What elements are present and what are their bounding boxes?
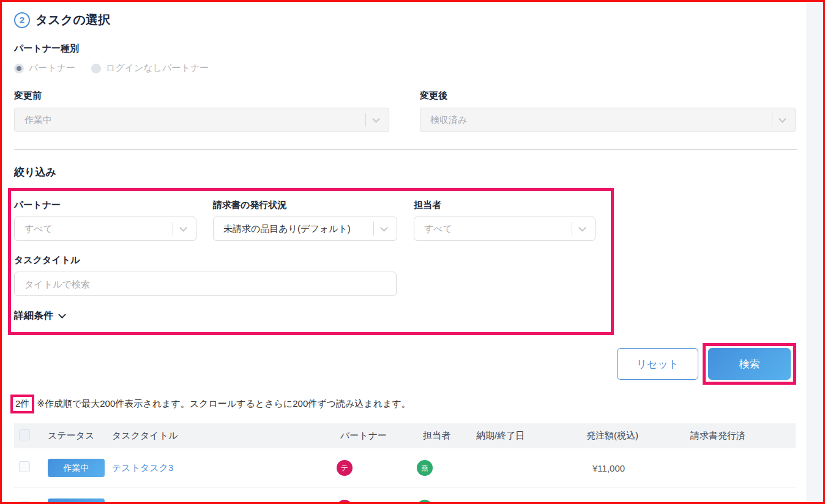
task-table: ステータス タスクタイトル パートナー 担当者 納期/終了日 発注額(税込) 請… [14,423,796,504]
partner-avatar: テ [337,460,353,476]
header-assignee: 担当者 [411,430,464,442]
partner-filter-field: パートナー すべて [14,199,196,241]
annotation-box-filters: パートナー すべて 請求書の発行状況 未請求の品目あり(デフォルト) 担当者 す… [8,188,614,335]
assignee-filter-select[interactable]: すべて [414,217,595,241]
search-button[interactable]: 検索 [708,348,791,380]
header-amount: 発注額(税込) [574,430,678,442]
chevron-down-icon [578,224,586,232]
task-title-search-input[interactable] [14,272,397,296]
invoice-status-select[interactable]: 未請求の品目あり(デフォルト) [213,217,397,241]
reset-button[interactable]: リセット [617,348,698,380]
header-partner: パートナー [328,430,411,442]
radio-no-login-partner[interactable]: ログインなしパートナー [91,62,209,74]
assignee-avatar: 燕 [417,500,433,504]
before-change-label: 変更前 [14,90,389,102]
chevron-down-icon [58,311,66,319]
radio-partner-label: パートナー [29,62,75,74]
scrollbar-track[interactable] [807,2,823,502]
header-task-title: タスクタイトル [100,430,328,442]
before-change-value: 作業中 [24,114,52,126]
table-row: 作業中 demodemo テ 燕 ¥5,500 [14,488,796,504]
select-all-checkbox[interactable] [19,429,30,440]
filter-row: パートナー すべて 請求書の発行状況 未請求の品目あり(デフォルト) 担当者 す… [14,199,611,241]
radio-partner[interactable]: パートナー [14,62,75,74]
annotation-box-search: 検索 [703,343,796,385]
partner-type-label: パートナー種別 [14,43,796,54]
radio-unselected-icon [91,64,101,73]
after-change-field: 変更後 検収済み [420,90,796,132]
header-due-date: 納期/終了日 [464,430,574,442]
advanced-conditions-toggle[interactable]: 詳細条件 [14,309,611,322]
page-title: タスクの選択 [35,12,110,28]
partner-avatar: テ [337,500,353,504]
before-change-field: 変更前 作業中 [14,90,389,132]
status-badge: 作業中 [48,498,105,504]
actions-row: リセット 検索 [14,343,796,385]
chevron-down-icon [372,115,380,123]
after-change-value: 検収済み [430,114,467,126]
header-status: ステータス [35,430,100,442]
assignee-avatar: 燕 [417,460,433,476]
filter-section-title: 絞り込み [14,165,796,179]
partner-filter-label: パートナー [14,199,196,211]
result-note: ※作成順で最大200件表示されます。スクロールするとさらに200件ずつ読み込まれ… [37,398,410,410]
before-change-select[interactable]: 作業中 [14,108,389,132]
invoice-status-value: 未請求の品目あり(デフォルト) [223,223,351,235]
step-number-badge: 2 [14,12,30,28]
row-checkbox[interactable] [19,501,30,504]
page-title-row: 2 タスクの選択 [14,12,796,28]
partner-filter-value: すべて [24,223,53,235]
header-invoice-issued: 請求書発行済 [678,430,796,442]
task-selection-page: { "page": { "step_number": "2", "title":… [0,0,825,504]
table-header-row: ステータス タスクタイトル パートナー 担当者 納期/終了日 発注額(税込) 請… [14,423,796,448]
advanced-conditions-label: 詳細条件 [14,309,53,322]
task-title-link[interactable]: テストタスク3 [112,462,173,473]
partner-filter-select[interactable]: すべて [14,217,196,241]
assignee-filter-label: 担当者 [414,199,595,211]
status-badge: 作業中 [48,459,105,477]
main-content: 2 タスクの選択 パートナー種別 パートナー ログインなしパートナー 変更前 作… [14,12,796,504]
chevron-down-icon [380,224,388,232]
chevron-down-icon [179,224,187,232]
annotation-box-count: 2件 [10,395,34,413]
section-divider [14,149,797,150]
chevron-down-icon [778,115,786,123]
table-row: 作業中 テストタスク3 テ 燕 ¥11,000 [14,448,796,488]
invoice-status-field: 請求書の発行状況 未請求の品目あり(デフォルト) [213,199,397,241]
partner-type-radio-group: パートナー ログインなしパートナー [14,62,796,74]
task-title-filter-label: タスクタイトル [14,254,611,266]
assignee-filter-field: 担当者 すべて [414,199,595,241]
results-line: 2件 ※作成順で最大200件表示されます。スクロールするとさらに200件ずつ読み… [10,395,796,413]
result-count: 2件 [15,398,29,409]
amount-cell: ¥11,000 [574,463,678,473]
status-change-section: 変更前 作業中 変更後 検収済み [14,90,796,132]
after-change-label: 変更後 [420,90,796,102]
invoice-status-label: 請求書の発行状況 [213,199,397,211]
after-change-select[interactable]: 検収済み [420,108,796,132]
assignee-filter-value: すべて [424,223,452,235]
radio-no-login-partner-label: ログインなしパートナー [106,62,209,74]
row-checkbox[interactable] [19,461,30,472]
radio-selected-icon [14,64,24,73]
